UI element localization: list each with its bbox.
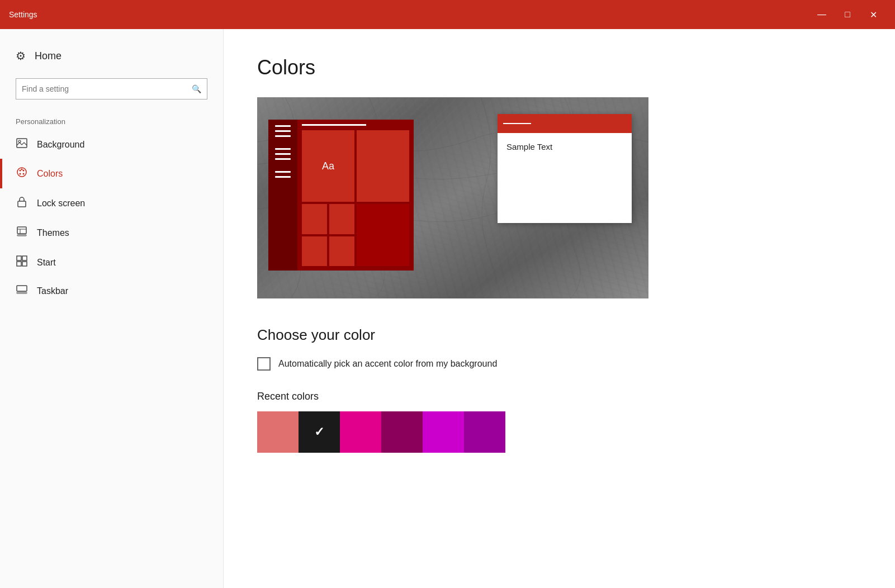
settings-window: Settings — □ ✕ Home 🔍 Personalization [0,0,895,588]
sidebar-background-label: Background [37,140,84,150]
sidebar-lockscreen-label: Lock screen [37,198,85,208]
svg-rect-0 [17,139,27,148]
auto-pick-label: Automatically pick an accent color from … [278,359,497,369]
sidebar-item-themes[interactable]: Themes [0,218,223,248]
preview-sidebar [268,120,297,271]
start-icon [16,255,28,269]
preview-tile-1 [357,130,409,202]
color-swatch-0[interactable] [257,411,299,453]
preview-tiles: Aa [297,120,414,271]
preview-sidebar-line [275,153,291,155]
sidebar-home-label: Home [35,50,61,62]
sidebar-item-lockscreen[interactable]: Lock screen [0,188,223,218]
gear-icon [16,49,26,63]
svg-rect-16 [22,262,27,266]
window-controls: — □ ✕ [809,6,886,23]
sidebar-themes-label: Themes [37,228,69,238]
svg-rect-17 [17,286,27,291]
preview-tiles-grid: Aa [302,130,409,266]
sidebar-item-start[interactable]: Start [0,248,223,277]
color-swatch-2[interactable] [340,411,381,453]
recent-colors-label: Recent colors [257,391,861,402]
preview-sidebar-line [275,171,291,173]
color-swatch-4[interactable] [423,411,464,453]
preview-sidebar-line [275,125,291,127]
preview-sidebar-line [275,176,291,178]
sidebar-colors-label: Colors [37,169,63,179]
sample-text: Sample Text [506,142,552,151]
choose-color-title: Choose your color [257,326,861,344]
brush-icon [16,226,28,240]
sidebar-item-background[interactable]: Background [0,130,223,159]
svg-point-7 [21,169,23,170]
preview-small-tile [302,236,327,267]
sidebar-start-label: Start [37,258,56,268]
sidebar-search-box[interactable]: 🔍 [16,78,207,99]
svg-rect-14 [22,256,27,260]
auto-pick-checkbox[interactable] [257,357,271,371]
preview-tile-aa: Aa [302,130,354,202]
preview-dialog-body: Sample Text [498,133,632,160]
color-preview: Aa [257,97,648,298]
maximize-button[interactable]: □ [835,6,860,23]
svg-rect-9 [17,227,26,234]
taskbar-icon [16,285,28,297]
preview-sidebar-line [275,135,291,137]
sidebar-taskbar-label: Taskbar [37,286,68,296]
preview-dialog: Sample Text [498,114,632,223]
window-title: Settings [9,10,809,19]
lock-icon [16,196,28,210]
preview-sidebar-line [275,130,291,132]
sidebar-item-taskbar[interactable]: Taskbar [0,277,223,305]
svg-rect-13 [17,256,21,260]
preview-tiles-top-line [302,124,366,126]
sidebar-section-label: Personalization [0,108,223,130]
search-input[interactable] [22,84,192,93]
svg-point-4 [23,170,25,172]
preview-small-tile [329,236,354,267]
color-swatch-3[interactable] [381,411,423,453]
minimize-button[interactable]: — [809,6,835,23]
image-icon [16,138,28,151]
preview-tile-2 [357,204,409,266]
sidebar-item-home[interactable]: Home [0,42,223,69]
preview-small-tiles [302,204,354,266]
svg-rect-18 [17,292,27,293]
svg-point-5 [20,173,21,175]
color-swatches [257,411,861,453]
preview-small-tile [302,204,327,234]
svg-point-6 [23,173,25,175]
palette-icon [16,167,28,181]
content-area: Colors [224,29,895,588]
title-bar: Settings — □ ✕ [0,0,895,29]
main-layout: Home 🔍 Personalization Background [0,29,895,588]
preview-dialog-titlebar [498,114,632,133]
preview-sidebar-line [275,148,291,150]
sidebar-item-colors[interactable]: Colors [0,159,223,188]
svg-rect-12 [17,235,26,236]
preview-small-tile [329,204,354,234]
color-swatch-1[interactable] [299,411,340,453]
svg-rect-8 [18,201,26,207]
color-swatch-5[interactable] [464,411,505,453]
page-title: Colors [257,56,861,79]
close-button[interactable]: ✕ [860,6,886,23]
auto-pick-row: Automatically pick an accent color from … [257,357,861,371]
search-icon: 🔍 [192,84,201,93]
svg-rect-15 [17,262,21,266]
preview-start-menu: Aa [268,120,414,271]
preview-sidebar-line [275,158,291,160]
sidebar: Home 🔍 Personalization Background [0,29,224,588]
preview-dialog-title-line [503,123,531,124]
svg-point-3 [20,170,21,172]
